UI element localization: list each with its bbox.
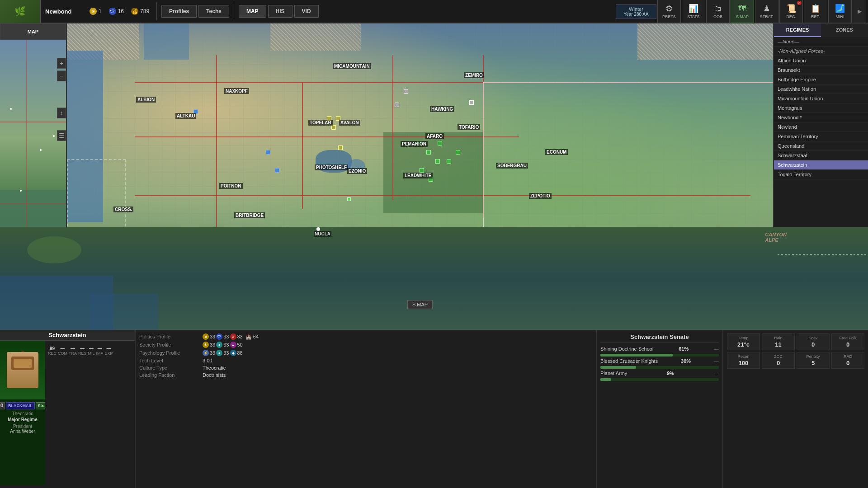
mountain-region xyxy=(270,23,361,51)
mini-button[interactable]: 🗾 MINI xyxy=(828,0,852,23)
minimap-dot xyxy=(40,149,42,151)
unit-marker-white[interactable] xyxy=(469,100,474,105)
unit-marker-yellow[interactable] xyxy=(331,125,336,130)
expand-button[interactable]: ▶ xyxy=(853,0,866,23)
unit-marker-green[interactable] xyxy=(417,141,422,145)
smap-nav-button[interactable]: 🗺 S.MAP xyxy=(731,0,754,23)
regime-item-newland[interactable]: Newland xyxy=(774,122,868,132)
tech-label: Tech Level xyxy=(139,358,203,363)
senate-panel: Schwarzstein Senate Shining Doctrine Sch… xyxy=(597,330,723,488)
oob-button[interactable]: 🗂 OOB xyxy=(706,0,730,23)
strat-button[interactable]: ♟ STRAT. xyxy=(755,0,778,23)
map-tab-vid[interactable]: VID xyxy=(294,5,319,18)
regime-item-albion[interactable]: Albion Union xyxy=(774,56,868,66)
regime-item-micamountain[interactable]: Micamountain Union xyxy=(774,94,868,103)
map-tab-his[interactable]: HIS xyxy=(268,5,292,18)
stat-cell-rad: RAD 0 xyxy=(831,352,864,369)
unit-marker[interactable] xyxy=(275,168,279,173)
map-tab-map[interactable]: MAP xyxy=(239,5,266,18)
society-val1: 33 xyxy=(210,342,215,347)
coin-value: 789 xyxy=(140,8,149,14)
unit-marker-green[interactable] xyxy=(456,150,460,155)
zones-tab[interactable]: ZONES xyxy=(821,23,868,37)
regime-item-britbridge[interactable]: Britbridge Empire xyxy=(774,75,868,84)
stat-res-label: RES xyxy=(78,351,87,356)
regime-item-schwarzstein[interactable]: Schwarzstein xyxy=(774,160,868,170)
stat-com-label: COM xyxy=(58,351,67,356)
left-tab-map[interactable]: MAP xyxy=(0,23,66,40)
filter-icon[interactable]: ☰ xyxy=(57,130,66,141)
society-val3: 50 xyxy=(237,342,243,347)
unit-marker[interactable] xyxy=(266,150,270,155)
politics-val2: 33 xyxy=(223,334,229,339)
politics-profile-row: Politics Profile ★ 33 🛡 33 ⚔ 33 🏰 64 xyxy=(139,333,592,340)
regime-item-montagnus[interactable]: Montagnus xyxy=(774,103,868,113)
portrait-background: 🔥 xyxy=(0,341,45,399)
stat-rec-label: REC xyxy=(48,351,57,356)
faction2-name: Blessed Crusader Knights xyxy=(600,358,658,364)
prefs-button[interactable]: ⚙ PREFS xyxy=(657,0,681,23)
society-profile-row: Society Profile 👁 33 ● 33 ▲ 50 xyxy=(139,342,592,348)
unit-marker-green[interactable] xyxy=(438,141,442,145)
faction1-pct: 61% xyxy=(679,346,689,352)
unit-marker-green[interactable] xyxy=(429,177,433,182)
unit-marker-white[interactable] xyxy=(395,103,399,107)
dec-button[interactable]: 📜 DEC. 2 xyxy=(779,0,803,23)
stat-mil-val: — xyxy=(89,346,94,351)
unit-marker[interactable] xyxy=(193,109,198,114)
techs-button[interactable]: Techs xyxy=(198,5,229,18)
mini-label: MINI xyxy=(836,14,844,19)
shield-icon: 🛡 xyxy=(109,8,116,15)
unit-marker-green[interactable] xyxy=(447,159,451,164)
char-stats: 99 REC — COM — TRA — RES xyxy=(45,341,135,485)
regime-item-leadwhite[interactable]: Leadwhite Nation xyxy=(774,84,868,94)
rep-icon: 📋 xyxy=(811,4,821,14)
regime-item-newbond[interactable]: Newbond * xyxy=(774,113,868,122)
zoom-in-icon[interactable]: + xyxy=(57,58,66,69)
regime-item-nonaligned[interactable]: -Non-Aligned Forces- xyxy=(774,47,868,56)
regime-item-pemanan[interactable]: Pemanan Territory xyxy=(774,132,868,141)
rep-button[interactable]: 📋 REP. xyxy=(804,0,827,23)
zoom-out-icon[interactable]: − xyxy=(57,70,66,81)
senate-faction-2: Blessed Crusader Knights 30% — xyxy=(600,358,719,364)
faction1-dash: — xyxy=(714,346,719,352)
ocean-area xyxy=(67,51,103,222)
strat-label: STRAT. xyxy=(760,14,774,19)
unit-marker-yellow[interactable] xyxy=(327,116,331,121)
smap-overlay-button[interactable]: S.MAP xyxy=(407,300,433,309)
stat-cell-penalty: Penalty 5 xyxy=(797,352,830,369)
unit-marker-yellow[interactable] xyxy=(336,116,340,121)
town-marker[interactable] xyxy=(347,197,351,201)
regime-item-queensland[interactable]: Queensland xyxy=(774,141,868,151)
politics-star-icon: ★ xyxy=(203,333,209,340)
unit-marker-yellow[interactable] xyxy=(338,145,343,150)
regime-item-braunsekt[interactable]: Braunsekt xyxy=(774,66,868,75)
scroll-icon[interactable]: ↕ xyxy=(57,108,66,118)
stats-button[interactable]: 📊 STATS xyxy=(682,0,705,23)
regimes-tab[interactable]: REGIMES xyxy=(774,23,821,37)
profiles-button[interactable]: Profiles xyxy=(161,5,197,18)
senate-faction-3: Planet Army 9% — xyxy=(600,371,719,376)
strat-badge[interactable]: Strat xyxy=(36,402,46,409)
recon-value: 100 xyxy=(729,360,758,366)
unit-marker-green[interactable] xyxy=(420,168,424,173)
unit-marker-white[interactable] xyxy=(404,89,408,94)
politics-icons: ★ 33 🛡 33 ⚔ 33 🏰 64 xyxy=(203,333,259,340)
regime-item-none[interactable]: —None— xyxy=(774,37,868,47)
blackmail-badge[interactable]: BLACKMAIL xyxy=(6,402,35,409)
regime-badge: 🌿 xyxy=(0,0,41,23)
oob-label: OOB xyxy=(713,14,722,19)
regime-item-schwarzstaat[interactable]: Schwarzstaat xyxy=(774,151,868,160)
culture-type-row: Culture Type Theocratic xyxy=(139,365,592,371)
rad-value: 0 xyxy=(834,360,862,366)
unit-marker-green[interactable] xyxy=(426,150,431,155)
unit-marker-green[interactable] xyxy=(435,159,440,164)
stat-mil-label: MIL xyxy=(88,351,95,356)
dec-badge: 2 xyxy=(797,1,802,5)
stat-cell-zoc: ZOC 0 xyxy=(762,352,795,369)
regime-item-togalo[interactable]: Togalo Territory xyxy=(774,170,868,179)
ocean-area-top xyxy=(144,23,189,60)
penalty-label: Penalty xyxy=(799,354,827,359)
regime-name-display: Newbond xyxy=(41,8,86,15)
freefolk-value: 0 xyxy=(834,341,862,348)
